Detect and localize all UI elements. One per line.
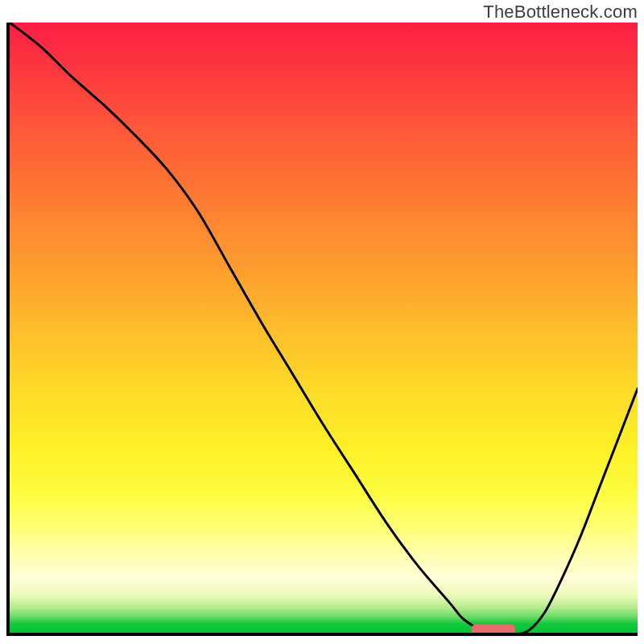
optimum-marker — [471, 624, 515, 633]
marker-svg — [10, 23, 638, 633]
plot-area — [6, 23, 638, 636]
watermark-text: TheBottleneck.com — [483, 2, 638, 23]
chart-container: TheBottleneck.com — [0, 0, 644, 644]
